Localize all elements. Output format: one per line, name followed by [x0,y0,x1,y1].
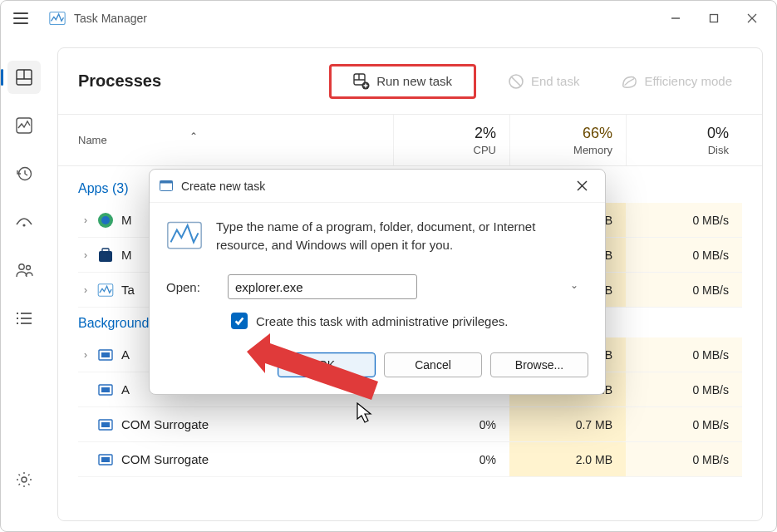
nav-users[interactable] [7,254,41,287]
dialog-title: Create new task [181,180,265,193]
svg-rect-2 [711,15,718,22]
open-input[interactable] [228,274,417,299]
service-icon [96,346,115,364]
nav-processes[interactable] [7,61,41,94]
column-header-memory[interactable]: 66% Memory [509,115,626,165]
run-new-task-icon [353,73,370,90]
end-task-icon [508,73,524,90]
nav-rail [1,42,47,508]
dialog-icon [160,179,175,194]
open-label: Open: [166,280,213,294]
nav-startup-apps[interactable] [7,205,41,239]
dialog-description: Type the name of a program, folder, docu… [216,218,585,254]
expand-icon[interactable]: › [78,249,93,261]
nav-settings[interactable] [7,463,41,496]
run-dialog-icon [166,218,203,254]
process-row[interactable]: › COM Surrogate 0% 2.0 MB 0 MB/s [78,442,742,477]
svg-rect-38 [101,422,110,427]
column-header-name[interactable]: ⌃ Name [78,134,393,146]
chevron-down-icon[interactable]: ⌄ [570,279,578,291]
efficiency-mode-button[interactable]: Efficiency mode [611,68,742,95]
svg-point-29 [101,216,110,224]
window-maximize-button[interactable] [695,5,733,32]
task-manager-icon [96,281,115,299]
page-title: Processes [78,71,161,91]
admin-privileges-label: Create this task with administrative pri… [256,314,508,328]
svg-rect-42 [160,180,173,183]
svg-rect-36 [101,387,110,392]
app-icon [49,12,66,25]
column-header-cpu[interactable]: 2% CPU [393,115,509,165]
service-icon [96,451,115,469]
svg-point-12 [27,266,31,270]
panel-header: Processes Run new task End task Efficien… [58,48,762,115]
edge-icon [96,211,115,229]
end-task-label: End task [531,74,579,88]
svg-point-10 [22,224,25,226]
dialog-footer: OK Cancel Browse... [150,341,605,394]
svg-point-19 [22,477,27,482]
run-new-task-label: Run new task [376,74,452,88]
run-new-task-button[interactable]: Run new task [329,64,476,99]
expand-icon[interactable]: › [78,214,93,226]
efficiency-mode-label: Efficiency mode [644,74,732,88]
svg-rect-40 [101,457,110,462]
leaf-icon [621,73,637,90]
expand-icon[interactable]: › [78,349,93,361]
dialog-close-button[interactable] [568,175,595,198]
cancel-button[interactable]: Cancel [384,352,482,377]
admin-privileges-checkbox[interactable] [231,313,248,329]
hamburger-menu-button[interactable] [6,3,36,33]
column-header-disk[interactable]: 0% Disk [626,115,742,165]
nav-details[interactable] [7,302,41,335]
window-titlebar: Task Manager [1,1,776,36]
sort-caret-icon: ⌃ [189,131,198,142]
command-bar: Run new task End task Efficiency mode [329,64,742,99]
end-task-button[interactable]: End task [498,68,589,95]
dialog-titlebar: Create new task [150,170,605,203]
create-new-task-dialog: Create new task Type the name of a progr… [149,169,606,395]
expand-icon[interactable]: › [78,284,93,296]
nav-performance[interactable] [7,109,41,142]
svg-line-27 [512,76,521,86]
process-row[interactable]: › COM Surrogate 0% 0.7 MB 0 MB/s [78,407,742,442]
browse-button[interactable]: Browse... [490,352,588,377]
store-icon [96,246,115,264]
nav-app-history[interactable] [7,157,41,190]
column-headers: ⌃ Name 2% CPU 66% Memory 0% Disk [58,115,762,166]
ok-button[interactable]: OK [278,352,376,377]
app-title: Task Manager [74,12,147,25]
svg-rect-34 [101,352,110,357]
svg-point-11 [19,264,24,269]
window-minimize-button[interactable] [657,5,695,32]
window-close-button[interactable] [733,5,771,32]
service-icon [96,381,115,399]
service-icon [96,416,115,434]
